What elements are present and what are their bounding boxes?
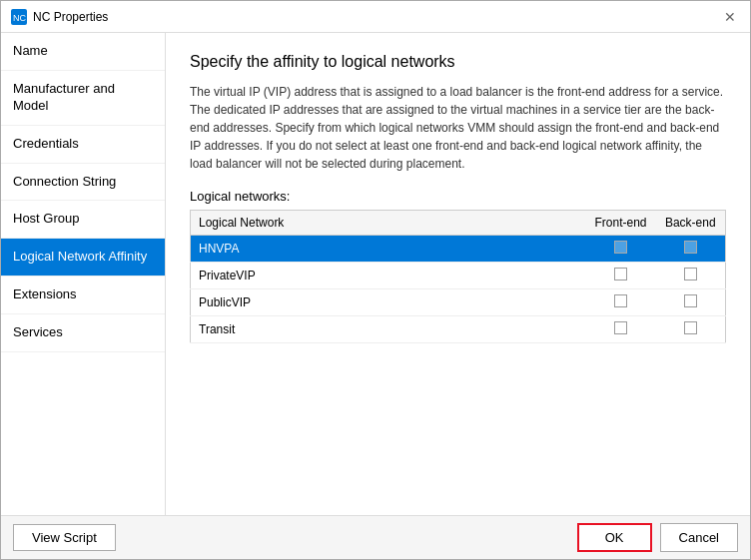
cancel-button[interactable]: Cancel xyxy=(660,523,738,552)
table-row[interactable]: PublicVIP xyxy=(191,289,726,316)
network-name-cell: PublicVIP xyxy=(191,289,586,316)
content-area: Specify the affinity to logical networks… xyxy=(166,33,750,515)
svg-text:NC: NC xyxy=(13,13,26,23)
frontend-checkbox-cell[interactable] xyxy=(586,263,656,289)
sidebar-item-credentials[interactable]: Credentials xyxy=(1,126,165,164)
footer-right: OK Cancel xyxy=(577,523,738,552)
backend-checkbox-cell[interactable] xyxy=(656,289,726,316)
table-row[interactable]: Transit xyxy=(191,316,726,343)
sidebar-item-logical-network-affinity[interactable]: Logical Network Affinity xyxy=(1,239,165,277)
sidebar-item-manufacturer[interactable]: Manufacturer and Model xyxy=(1,71,165,126)
footer: View Script OK Cancel xyxy=(1,515,750,559)
backend-checkbox-cell[interactable] xyxy=(656,316,726,343)
ok-button[interactable]: OK xyxy=(577,523,652,552)
title-bar-left: NC NC Properties xyxy=(11,9,108,25)
frontend-checkbox-cell[interactable] xyxy=(586,289,656,316)
sidebar-item-extensions[interactable]: Extensions xyxy=(1,277,165,314)
nc-properties-dialog: NC NC Properties ✕ Name Manufacturer and… xyxy=(0,0,751,560)
table-row[interactable]: HNVPA xyxy=(191,236,726,263)
content-title: Specify the affinity to logical networks xyxy=(190,53,726,71)
table-label: Logical networks: xyxy=(190,189,726,204)
backend-checkbox-cell[interactable] xyxy=(656,263,726,289)
sidebar-item-connection-string[interactable]: Connection String xyxy=(1,164,165,202)
network-name-cell: PrivateVIP xyxy=(191,263,586,289)
main-content: Name Manufacturer and Model Credentials … xyxy=(1,33,750,515)
network-name-cell: HNVPA xyxy=(191,236,586,263)
view-script-button[interactable]: View Script xyxy=(13,524,116,551)
sidebar-item-name[interactable]: Name xyxy=(1,33,165,71)
table-header-row: Logical Network Front-end Back-end xyxy=(191,211,726,236)
sidebar: Name Manufacturer and Model Credentials … xyxy=(1,33,166,515)
content-description: The virtual IP (VIP) address that is ass… xyxy=(190,83,726,173)
col-backend: Back-end xyxy=(656,211,726,236)
table-row[interactable]: PrivateVIP xyxy=(191,263,726,289)
network-name-cell: Transit xyxy=(191,316,586,343)
col-frontend: Front-end xyxy=(586,211,656,236)
col-logical-network: Logical Network xyxy=(191,211,586,236)
frontend-checkbox-cell[interactable] xyxy=(586,316,656,343)
dialog-title: NC Properties xyxy=(33,10,108,24)
nc-icon: NC xyxy=(11,9,27,25)
sidebar-item-host-group[interactable]: Host Group xyxy=(1,201,165,239)
frontend-checkbox-cell[interactable] xyxy=(586,236,656,263)
close-button[interactable]: ✕ xyxy=(720,7,740,27)
logical-networks-table: Logical Network Front-end Back-end HNVPA… xyxy=(190,210,726,343)
title-bar: NC NC Properties ✕ xyxy=(1,1,750,33)
backend-checkbox-cell[interactable] xyxy=(656,236,726,263)
footer-left: View Script xyxy=(13,524,116,551)
sidebar-item-services[interactable]: Services xyxy=(1,314,165,352)
